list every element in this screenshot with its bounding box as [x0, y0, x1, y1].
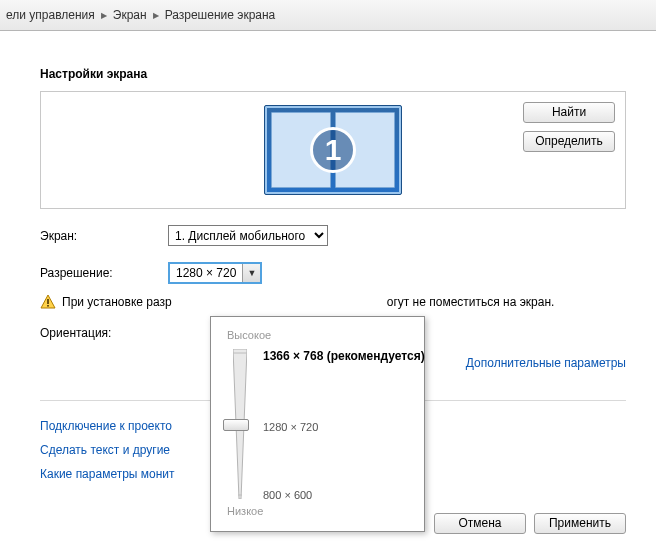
section-title: Настройки экрана — [40, 67, 626, 81]
resolution-select[interactable]: 1280 × 720 ▼ — [168, 262, 262, 284]
main-content: Настройки экрана 1 Найти Определить Экра… — [0, 31, 656, 544]
breadcrumb-item[interactable]: ели управления — [6, 8, 95, 22]
svg-rect-2 — [47, 305, 49, 307]
resolution-option[interactable]: 1280 × 720 — [263, 421, 318, 433]
screen-select[interactable]: 1. Дисплей мобильного ПК — [168, 225, 328, 246]
resolution-options: 1366 × 768 (рекомендуется)1280 × 720800 … — [253, 349, 412, 499]
resolution-slider[interactable] — [227, 349, 253, 499]
find-button[interactable]: Найти — [523, 102, 615, 123]
monitor-preview-panel: 1 Найти Определить — [40, 91, 626, 209]
resolution-option[interactable]: 800 × 600 — [263, 489, 312, 501]
screen-label: Экран: — [40, 229, 160, 243]
orientation-label: Ориентация: — [40, 326, 160, 340]
chevron-down-icon[interactable]: ▼ — [242, 264, 260, 282]
advanced-params-link[interactable]: Дополнительные параметры — [466, 356, 626, 370]
identify-button[interactable]: Определить — [523, 131, 615, 152]
breadcrumb-bar: ели управления ▶ Экран ▶ Разрешение экра… — [0, 0, 656, 31]
breadcrumb-item[interactable]: Разрешение экрана — [165, 8, 276, 22]
resolution-label: Разрешение: — [40, 266, 160, 280]
popup-high-label: Высокое — [227, 329, 412, 341]
warning-text-left: При установке разр — [62, 295, 172, 309]
chevron-right-icon: ▶ — [99, 11, 109, 20]
chevron-right-icon: ▶ — [151, 11, 161, 20]
cancel-button[interactable]: Отмена — [434, 513, 526, 534]
monitor-preview[interactable]: 1 — [264, 105, 402, 195]
monitor-number-badge: 1 — [310, 127, 356, 173]
breadcrumb-item[interactable]: Экран — [113, 8, 147, 22]
apply-button[interactable]: Применить — [534, 513, 626, 534]
slider-thumb[interactable] — [223, 419, 249, 431]
warning-text-right: огут не поместиться на экран. — [387, 295, 555, 309]
resolution-option[interactable]: 1366 × 768 (рекомендуется) — [263, 349, 425, 363]
warning-icon — [40, 294, 56, 310]
resolution-popup: Высокое 1366 × 768 (рекомендуется)1280 ×… — [210, 316, 425, 532]
resolution-value: 1280 × 720 — [170, 266, 242, 280]
resolution-warning: При установке разр огут не поместиться н… — [40, 294, 626, 310]
popup-low-label: Низкое — [227, 505, 412, 517]
svg-rect-1 — [47, 299, 49, 304]
